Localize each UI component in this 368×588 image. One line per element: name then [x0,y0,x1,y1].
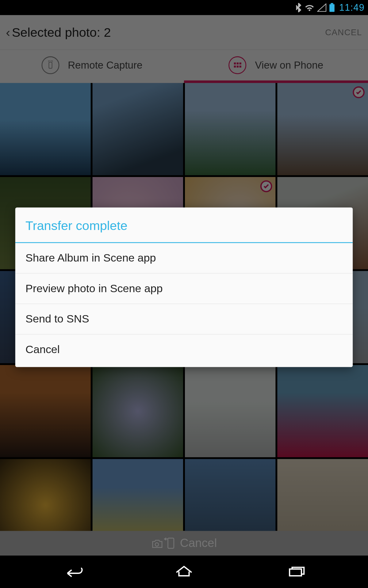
transfer-complete-dialog: Transfer complete Share Album in Scene a… [15,207,353,367]
system-nav-bar [0,556,368,588]
svg-rect-1 [331,3,333,4]
dialog-option[interactable]: Cancel [15,334,353,367]
battery-icon [329,3,335,12]
svg-rect-11 [289,569,301,576]
dialog-title: Transfer complete [15,207,353,242]
dialog-option[interactable]: Send to SNS [15,304,353,335]
status-clock: 11:49 [339,2,365,13]
bluetooth-icon [295,3,302,12]
dialog-option[interactable]: Preview photo in Scene app [15,273,353,304]
cell-signal-icon [317,3,326,12]
wifi-icon [305,3,315,12]
nav-home-button[interactable] [173,564,195,579]
dialog-option[interactable]: Share Album in Scene app [15,243,353,274]
status-bar: 11:49 [0,0,368,15]
svg-rect-0 [329,4,335,12]
nav-back-button[interactable] [62,564,84,579]
nav-recent-button[interactable] [284,564,306,579]
